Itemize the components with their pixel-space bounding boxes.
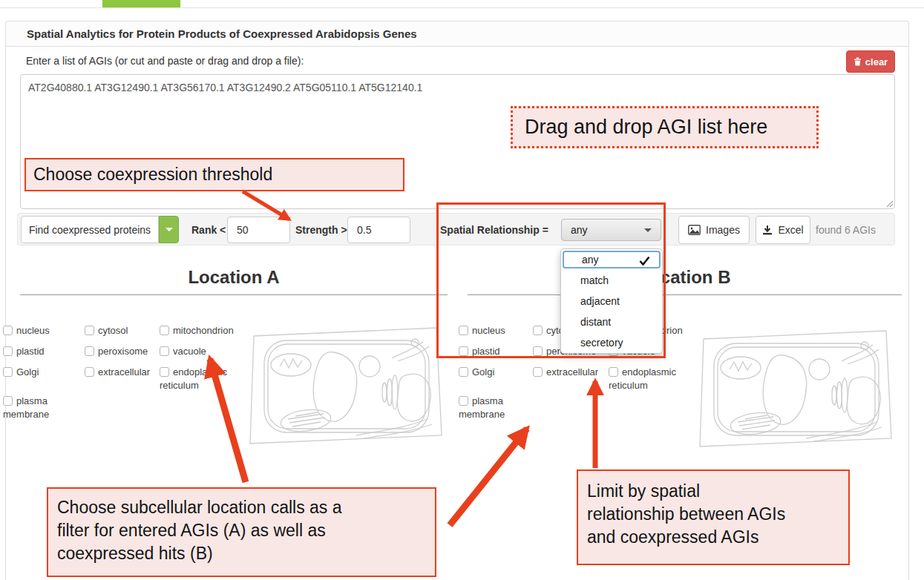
checkbox[interactable]: [3, 326, 13, 335]
checkbox-label: nucleus: [16, 325, 50, 336]
menu-option-secretory[interactable]: secretory: [561, 332, 662, 353]
checkbox[interactable]: [533, 346, 543, 356]
loc-a-checkbox-golgi[interactable]: Golgi: [3, 366, 73, 379]
checkbox[interactable]: [160, 367, 169, 377]
checkbox-label: nucleus: [472, 325, 505, 336]
checkbox[interactable]: [533, 367, 543, 377]
excel-button[interactable]: Excel: [756, 216, 810, 244]
checkbox[interactable]: [609, 367, 618, 377]
loc-a-checkbox-extracellular[interactable]: extracellular: [85, 366, 163, 379]
trash-icon: [853, 57, 862, 66]
checkbox[interactable]: [160, 326, 169, 335]
loc-b-checkbox-golgi[interactable]: Golgi: [459, 366, 529, 379]
checkbox-label: Golgi: [16, 366, 39, 378]
checkbox[interactable]: [85, 346, 94, 356]
spatial-relationship-select[interactable]: any: [561, 219, 661, 241]
loc-a-checkbox-plastid[interactable]: plastid: [3, 345, 73, 358]
spatial-relationship-label: Spatial Relationship =: [440, 214, 548, 246]
loc-a-checkbox-vacuole[interactable]: vacuole: [160, 345, 249, 358]
callout-line: Choose subcellular location calls as a: [57, 496, 426, 519]
checkbox[interactable]: [160, 346, 169, 356]
checkbox[interactable]: [3, 396, 13, 406]
checkbox-label: vacuole: [173, 346, 206, 357]
callout-line: Limit by spatial: [587, 480, 839, 503]
images-button[interactable]: Images: [678, 216, 750, 244]
rank-label: Rank <: [191, 214, 226, 246]
checkbox[interactable]: [459, 326, 468, 335]
loc-a-checkbox-mitochondrion[interactable]: mitochondrion: [160, 324, 249, 337]
location-a-divider: [20, 294, 448, 295]
checkbox[interactable]: [459, 367, 468, 377]
active-tab-indicator: [102, 0, 180, 7]
caret-down-icon: [644, 228, 652, 232]
checkbox[interactable]: [459, 346, 468, 356]
checkbox[interactable]: [85, 367, 94, 377]
location-b-header: Location B: [468, 267, 902, 295]
checkbox[interactable]: [459, 396, 468, 406]
strength-label: Strength >: [295, 214, 347, 246]
callout-drag-drop: Drag and drop AGI list here: [511, 106, 819, 148]
checkbox[interactable]: [85, 326, 94, 335]
agi-input-label: Enter a list of AGIs (or cut and paste o…: [26, 55, 304, 67]
menu-option-match[interactable]: match: [561, 270, 662, 291]
location-b-title: Location B: [468, 267, 902, 288]
menu-option-any[interactable]: any: [563, 251, 661, 268]
cell-diagram-b: [696, 327, 895, 451]
location-b-divider: [468, 294, 902, 295]
checkbox-label: extracellular: [98, 366, 150, 378]
clear-button[interactable]: clear: [846, 50, 895, 73]
menu-option-distant[interactable]: distant: [561, 312, 662, 332]
menu-option-label: any: [582, 254, 599, 266]
rank-input[interactable]: [227, 217, 290, 243]
loc-a-checkbox-nucleus[interactable]: nucleus: [3, 324, 73, 337]
callout-line: coexpressed hits (B): [57, 542, 426, 565]
page-title: Spatial Analytics for Protein Products o…: [27, 27, 417, 40]
callout-line: relationship between AGIs: [587, 503, 839, 526]
loc-b-checkbox-nucleus[interactable]: nucleus: [459, 324, 529, 337]
loc-a-checkbox-plasma-membrane[interactable]: plasma membrane: [3, 395, 62, 421]
clear-button-label: clear: [865, 56, 888, 67]
location-a-title: Location A: [20, 267, 448, 288]
checkbox-label: Golgi: [472, 366, 494, 378]
found-agis-text: found 6 AGIs: [816, 214, 876, 246]
callout-line: filter for entered AGIs (A) as well as: [57, 519, 426, 542]
cell-diagram-a: [246, 324, 445, 448]
resize-handle-icon[interactable]: [885, 199, 894, 208]
checkbox[interactable]: [3, 346, 13, 356]
loc-b-checkbox-plastid[interactable]: plastid: [459, 345, 529, 358]
checkbox-label: extracellular: [546, 366, 598, 378]
loc-b-checkbox-plasma-membrane[interactable]: plasma membrane: [459, 395, 518, 421]
checkbox[interactable]: [533, 326, 543, 335]
checkbox-label: endoplasmic reticulum: [160, 366, 227, 391]
checkbox-label: peroxisome: [98, 346, 148, 357]
strength-input[interactable]: [347, 217, 410, 243]
excel-button-label: Excel: [778, 224, 803, 236]
menu-option-adjacent[interactable]: adjacent: [561, 291, 662, 312]
check-icon: [639, 256, 650, 266]
checkbox-label: cytosol: [98, 325, 128, 336]
spatial-relationship-menu: any match adjacent distant secretory: [560, 248, 663, 354]
images-button-label: Images: [706, 224, 740, 236]
image-icon: [688, 225, 701, 235]
panel-header: Spatial Analytics for Protein Products o…: [6, 22, 908, 47]
loc-a-checkbox-endoplasmic-reticulum[interactable]: endoplasmic reticulum: [160, 366, 247, 392]
checkbox-label: endoplasmic reticulum: [609, 366, 676, 391]
checkbox[interactable]: [3, 367, 13, 377]
callout-spatial-limit: Limit by spatial relationship between AG…: [577, 469, 850, 565]
callout-coexpression-threshold: Choose coexpression threshold: [24, 158, 404, 191]
spatial-relationship-value: any: [571, 224, 644, 236]
find-coexpressed-caret-button[interactable]: [159, 216, 179, 243]
download-icon: [762, 225, 773, 235]
loc-b-checkbox-endoplasmic-reticulum[interactable]: endoplasmic reticulum: [609, 366, 696, 392]
loc-a-checkbox-peroxisome[interactable]: peroxisome: [85, 345, 163, 358]
callout-line: and coexpressed AGIs: [587, 526, 839, 549]
caret-down-icon: [166, 228, 173, 231]
loc-a-checkbox-cytosol[interactable]: cytosol: [85, 324, 163, 337]
location-a-header: Location A: [20, 267, 448, 295]
find-coexpressed-button[interactable]: Find coexpressed proteins: [21, 216, 159, 243]
checkbox-label: plastid: [472, 346, 500, 357]
page-root: Spatial Analytics for Protein Products o…: [0, 0, 924, 580]
checkbox-label: plastid: [16, 346, 45, 357]
callout-location-filter: Choose subcellular location calls as a f…: [47, 487, 436, 577]
loc-b-checkbox-extracellular[interactable]: extracellular: [533, 366, 611, 379]
